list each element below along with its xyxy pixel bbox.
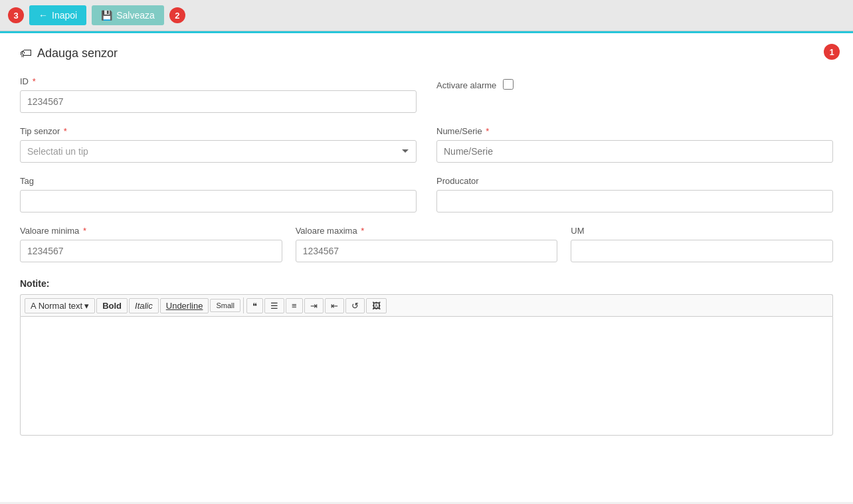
activare-alarme-group: Activare alarme: [436, 76, 833, 113]
um-label: UM: [571, 226, 833, 236]
tip-senzor-group: Tip senzor * Selectati un tip: [20, 126, 417, 163]
valoare-maxima-input[interactable]: [296, 240, 558, 262]
salveaza-label: Salveaza: [116, 10, 155, 21]
top-bar: 3 ← Inapoi 💾 Salveaza 2: [0, 0, 853, 31]
badge-inapoi: 3: [8, 7, 24, 23]
tag-icon: 🏷: [20, 46, 32, 60]
id-input[interactable]: [20, 90, 417, 113]
um-group: UM: [571, 226, 833, 262]
indent-icon: ⇥: [310, 301, 318, 311]
nume-serie-input[interactable]: [436, 140, 833, 163]
indent-button[interactable]: ⇥: [304, 298, 324, 313]
blockquote-button[interactable]: ❝: [246, 298, 263, 313]
normal-text-label: Normal text: [39, 301, 82, 311]
salveaza-button[interactable]: 💾 Salveaza: [92, 5, 164, 25]
floppy-icon: 💾: [101, 10, 112, 21]
ordered-list-icon: ≡: [292, 301, 297, 311]
inapoi-label: Inapoi: [52, 10, 77, 21]
bold-button[interactable]: Bold: [96, 298, 128, 313]
redo-button[interactable]: ↺: [345, 298, 365, 313]
redo-icon: ↺: [351, 301, 359, 311]
valoare-maxima-group: Valoare maxima *: [296, 226, 558, 262]
page-title: 🏷 Adauga senzor: [20, 46, 833, 60]
main-content: 1 🏷 Adauga senzor ID * Activare alarme T…: [0, 31, 853, 502]
outdent-icon: ⇤: [331, 301, 338, 311]
tag-input[interactable]: [20, 190, 417, 212]
tip-senzor-select[interactable]: Selectati un tip: [20, 140, 417, 163]
valoare-minima-group: Valoare minima *: [20, 226, 282, 262]
dropdown-arrow-icon: ▾: [84, 301, 89, 311]
badge-page: 1: [824, 44, 840, 60]
notite-label: Notite:: [20, 278, 833, 289]
font-icon: A: [31, 301, 37, 311]
italic-button[interactable]: Italic: [129, 298, 159, 313]
unordered-list-button[interactable]: ☰: [264, 298, 284, 313]
outdent-button[interactable]: ⇤: [325, 298, 344, 313]
um-input[interactable]: [571, 240, 833, 262]
list-icon: ☰: [270, 301, 278, 311]
producator-group: Producator: [436, 176, 833, 212]
producator-input[interactable]: [436, 190, 833, 212]
badge-top-right-container: 1: [824, 44, 840, 60]
activare-alarme-checkbox[interactable]: [503, 79, 514, 90]
tag-label: Tag: [20, 176, 417, 186]
inapoi-button[interactable]: ← Inapoi: [29, 5, 86, 25]
underline-button[interactable]: Underline: [160, 298, 209, 313]
editor-toolbar: A Normal text ▾ Bold Italic Underline Sm…: [20, 294, 833, 316]
blockquote-icon: ❝: [252, 301, 257, 311]
valoare-minima-input[interactable]: [20, 240, 282, 262]
producator-label: Producator: [436, 176, 833, 186]
normal-text-button[interactable]: A Normal text ▾: [25, 298, 95, 313]
notite-section: Notite: A Normal text ▾ Bold Italic Unde…: [20, 278, 833, 436]
toolbar-separator-1: [243, 297, 244, 313]
id-group: ID *: [20, 76, 417, 113]
notite-editor[interactable]: [20, 316, 833, 436]
small-button[interactable]: Small: [210, 299, 240, 312]
valoare-minima-label: Valoare minima *: [20, 226, 282, 236]
image-button[interactable]: 🖼: [366, 298, 387, 313]
valoare-maxima-label: Valoare maxima *: [296, 226, 558, 236]
id-label: ID *: [20, 76, 417, 86]
image-icon: 🖼: [372, 301, 381, 311]
nume-serie-group: Nume/Serie *: [436, 126, 833, 163]
tag-group: Tag: [20, 176, 417, 212]
badge-salveaza: 2: [169, 7, 185, 23]
activare-alarme-label: Activare alarme: [436, 79, 496, 90]
arrow-left-icon: ←: [39, 10, 48, 21]
nume-serie-label: Nume/Serie *: [436, 126, 833, 136]
tip-senzor-label: Tip senzor *: [20, 126, 417, 136]
ordered-list-button[interactable]: ≡: [286, 298, 303, 313]
